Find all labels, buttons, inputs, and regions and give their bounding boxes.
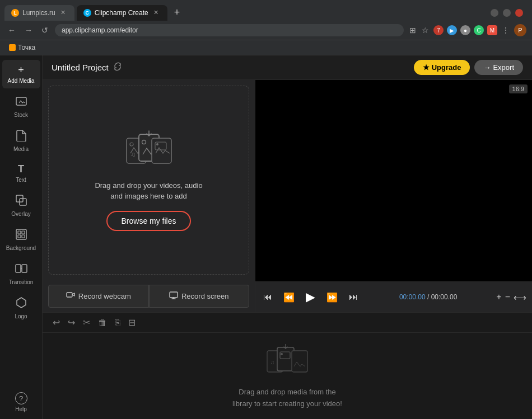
overlay-icon bbox=[15, 194, 27, 209]
screen-icon bbox=[169, 291, 178, 302]
sync-icon bbox=[113, 62, 122, 73]
copy-button[interactable]: ⎘ bbox=[114, 317, 122, 329]
browse-label: Browse my files bbox=[121, 216, 176, 225]
clipchamp-tab-close[interactable]: ✕ bbox=[152, 8, 161, 17]
bookmark-bar: Точка bbox=[0, 40, 532, 55]
bookmark-star-icon[interactable]: ☆ bbox=[421, 25, 430, 36]
sidebar-item-add-media[interactable]: + Add Media bbox=[2, 60, 40, 88]
delete-button[interactable]: 🗑 bbox=[97, 317, 108, 329]
back-button[interactable]: ← bbox=[6, 25, 18, 36]
help-icon: ? bbox=[15, 392, 27, 404]
reload-button[interactable]: ↺ bbox=[39, 25, 50, 36]
zoom-out-button[interactable]: − bbox=[505, 292, 510, 302]
media-panel: ♫ Drag and drop your videos, audi bbox=[43, 80, 255, 312]
svg-text:♫: ♫ bbox=[270, 359, 275, 365]
media-cards-icon: ♫ bbox=[124, 130, 174, 171]
rewind-button[interactable]: ⏪ bbox=[281, 290, 297, 305]
background-icon bbox=[15, 228, 27, 243]
browser-toolbar-icons: ⊞ ☆ 7 ▶ ● C M ⋮ P bbox=[408, 24, 526, 36]
zoom-in-button[interactable]: + bbox=[496, 292, 501, 302]
tab-bar: L Lumpics.ru ✕ C Clipchamp Create ✕ + ─ … bbox=[0, 0, 532, 21]
lumpics-tab-close[interactable]: ✕ bbox=[59, 8, 68, 17]
video-preview: 16:9 bbox=[255, 80, 532, 281]
add-media-label: Add Media bbox=[8, 78, 35, 84]
url-bar[interactable] bbox=[55, 24, 404, 36]
lumpics-tab-label: Lumpics.ru bbox=[22, 9, 55, 17]
sidebar-item-stock[interactable]: Stock bbox=[2, 91, 40, 123]
export-label: Export bbox=[493, 63, 514, 72]
time-separator: / bbox=[427, 293, 431, 301]
extension-icon-1[interactable]: 7 bbox=[433, 25, 444, 35]
skip-to-end-button[interactable]: ⏭ bbox=[347, 290, 360, 304]
fit-button[interactable]: ⟷ bbox=[514, 292, 526, 303]
bookmark-favicon bbox=[9, 44, 16, 51]
sidebar: + Add Media Stock Media T Text bbox=[0, 55, 43, 419]
extension-icon-4[interactable]: C bbox=[474, 25, 484, 35]
timeline-media-icon: ♫ bbox=[265, 344, 310, 380]
text-label: Text bbox=[16, 177, 26, 183]
record-screen-label: Record screen bbox=[181, 292, 229, 300]
record-webcam-button[interactable]: Record webcam bbox=[48, 285, 149, 308]
sidebar-item-logo[interactable]: Logo bbox=[2, 292, 40, 324]
drop-zone: ♫ Drag and drop your videos, audi bbox=[48, 86, 249, 275]
export-button[interactable]: → Export bbox=[474, 60, 523, 75]
playback-controls: ⏮ ⏪ ▶ ⏩ ⏭ 00:00.00 / 00:00.00 + − ⟷ bbox=[255, 281, 532, 312]
main-content: Untitled Project ★ Upgrade → Export bbox=[43, 55, 532, 419]
forward-button[interactable]: → bbox=[22, 25, 35, 36]
cut-button[interactable]: ✂ bbox=[82, 316, 91, 329]
minimize-button[interactable]: ─ bbox=[491, 9, 498, 17]
fast-forward-button[interactable]: ⏩ bbox=[324, 290, 340, 305]
top-section: ♫ Drag and drop your videos, audi bbox=[43, 80, 532, 312]
svg-rect-7 bbox=[22, 235, 25, 238]
undo-button[interactable]: ↩ bbox=[52, 316, 61, 329]
tab-clipchamp[interactable]: C Clipchamp Create ✕ bbox=[77, 5, 167, 21]
export-arrow-icon: → bbox=[483, 63, 491, 72]
upgrade-button[interactable]: ★ Upgrade bbox=[414, 60, 470, 75]
media-icon bbox=[16, 129, 27, 144]
skip-to-start-button[interactable]: ⏮ bbox=[261, 290, 274, 304]
star-icon: ★ bbox=[423, 63, 430, 72]
play-button[interactable]: ▶ bbox=[304, 288, 318, 307]
profile-avatar[interactable]: P bbox=[514, 24, 526, 36]
extension-icon-3[interactable]: ● bbox=[460, 25, 470, 35]
browser-chrome: L Lumpics.ru ✕ C Clipchamp Create ✕ + ─ … bbox=[0, 0, 532, 55]
maximize-button[interactable]: □ bbox=[503, 9, 511, 17]
sidebar-item-media[interactable]: Media bbox=[2, 125, 40, 157]
svg-text:♫: ♫ bbox=[130, 150, 136, 158]
split-button[interactable]: ⊟ bbox=[127, 316, 137, 329]
bookmark-label: Точка bbox=[18, 44, 35, 51]
sidebar-item-text[interactable]: T Text bbox=[2, 159, 40, 187]
time-display: 00:00.00 / 00:00.00 bbox=[367, 293, 489, 301]
close-button[interactable]: ✕ bbox=[515, 9, 523, 17]
clipchamp-tab-label: Clipchamp Create bbox=[95, 9, 148, 17]
tab-lumpics[interactable]: L Lumpics.ru ✕ bbox=[4, 5, 74, 21]
timeline-toolbar: ↩ ↪ ✂ 🗑 ⎘ ⊟ bbox=[43, 313, 532, 333]
new-tab-button[interactable]: + bbox=[170, 4, 185, 21]
lumpics-favicon: L bbox=[11, 9, 19, 17]
redo-button[interactable]: ↪ bbox=[67, 316, 76, 329]
time-total: 00:00.00 bbox=[431, 293, 458, 301]
browse-files-button[interactable]: Browse my files bbox=[106, 211, 190, 231]
record-screen-button[interactable]: Record screen bbox=[149, 285, 250, 308]
menu-icon[interactable]: ⋮ bbox=[501, 25, 511, 36]
stock-icon bbox=[15, 95, 27, 110]
extension-icon-5[interactable]: M bbox=[487, 25, 497, 35]
svg-rect-18 bbox=[67, 293, 72, 297]
sidebar-item-background[interactable]: Background bbox=[2, 224, 40, 256]
overlay-label: Overlay bbox=[11, 211, 30, 217]
translate-icon[interactable]: ⊞ bbox=[408, 25, 417, 36]
bookmark-tochka[interactable]: Точка bbox=[6, 43, 39, 53]
sidebar-item-overlay[interactable]: Overlay bbox=[2, 190, 40, 222]
timeline-drop-text: Drag and drop media from thelibrary to s… bbox=[232, 387, 342, 410]
sidebar-item-transition[interactable]: Transition bbox=[2, 258, 40, 290]
svg-point-17 bbox=[156, 143, 158, 145]
upgrade-label: Upgrade bbox=[432, 63, 461, 72]
plus-icon: + bbox=[18, 64, 24, 76]
extension-icon-2[interactable]: ▶ bbox=[447, 25, 457, 35]
logo-icon bbox=[16, 296, 27, 312]
zoom-controls: + − ⟷ bbox=[496, 292, 526, 303]
logo-label: Logo bbox=[15, 313, 27, 319]
svg-rect-8 bbox=[16, 265, 21, 272]
address-bar: ← → ↺ ⊞ ☆ 7 ▶ ● C M ⋮ P bbox=[0, 21, 532, 40]
sidebar-item-help[interactable]: ? Help bbox=[2, 388, 40, 417]
